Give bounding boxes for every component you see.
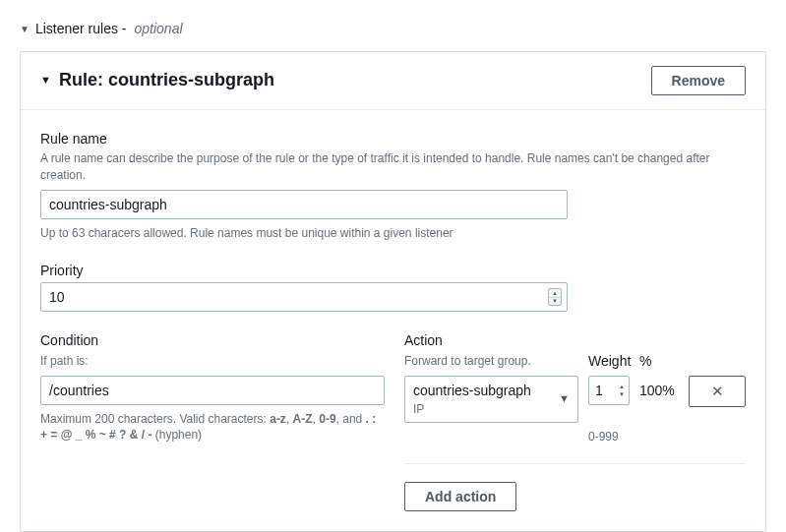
weight-percent-value: 100% [639, 376, 679, 401]
rule-name-input[interactable] [40, 190, 568, 219]
section-title: Listener rules - [35, 20, 127, 39]
divider [404, 463, 746, 464]
action-sublabel: Forward to target group. [404, 353, 578, 370]
remove-action-button[interactable]: ✕ [689, 376, 746, 407]
add-action-button[interactable]: Add action [404, 482, 516, 511]
condition-label: Condition [40, 331, 385, 351]
condition-path-input[interactable] [40, 376, 385, 405]
remove-button[interactable]: Remove [651, 66, 746, 95]
condition-hint: Maximum 200 characters. Valid characters… [40, 411, 385, 444]
rule-name-field: Rule name A rule name can describe the p… [40, 130, 746, 242]
weight-range-hint: 0-999 [588, 429, 630, 445]
condition-sublabel: If path is: [40, 353, 385, 370]
chevron-up-icon[interactable]: ▲ [549, 289, 561, 298]
action-label: Action [404, 331, 578, 351]
action-row: countries-subgraph IP ▼ ▲ ▼ 10 [404, 376, 746, 423]
rule-name-description: A rule name can describe the purpose of … [40, 150, 746, 184]
weight-stepper[interactable]: ▲ ▼ [617, 383, 627, 398]
section-optional-label: optional [135, 20, 183, 39]
rule-panel-header: ▼ Rule: countries-subgraph Remove [21, 52, 765, 110]
target-group-select[interactable]: countries-subgraph IP ▼ [404, 376, 578, 423]
target-group-value: countries-subgraph [413, 382, 550, 401]
close-icon: ✕ [711, 381, 724, 401]
weight-label: Weight [588, 352, 630, 372]
rule-name-hint: Up to 63 characers allowed. Rule names m… [40, 225, 746, 242]
rule-panel: ▼ Rule: countries-subgraph Remove Rule n… [20, 51, 766, 532]
priority-input[interactable] [40, 282, 568, 312]
section-header[interactable]: ▼ Listener rules - optional [20, 20, 766, 39]
condition-action-row: Condition If path is: Maximum 200 charac… [40, 331, 746, 511]
rule-title: Rule: countries-subgraph [59, 68, 274, 92]
chevron-up-icon[interactable]: ▲ [617, 383, 627, 390]
priority-label: Priority [40, 262, 746, 281]
priority-field: Priority ▲ ▼ [40, 262, 746, 313]
rule-title-toggle[interactable]: ▼ Rule: countries-subgraph [40, 68, 274, 92]
target-group-sub: IP [413, 401, 550, 418]
chevron-down-icon[interactable]: ▼ [617, 390, 627, 398]
action-column: Action Forward to target group. Weight %… [404, 331, 746, 511]
rule-panel-body: Rule name A rule name can describe the p… [21, 110, 765, 531]
caret-down-icon: ▼ [40, 73, 51, 88]
condition-column: Condition If path is: Maximum 200 charac… [40, 331, 385, 443]
caret-down-icon: ▼ [559, 391, 570, 406]
caret-down-icon: ▼ [20, 23, 30, 36]
percent-label: % [639, 352, 679, 372]
chevron-down-icon[interactable]: ▼ [549, 298, 561, 306]
rule-name-label: Rule name [40, 130, 746, 149]
priority-stepper[interactable]: ▲ ▼ [548, 288, 562, 306]
